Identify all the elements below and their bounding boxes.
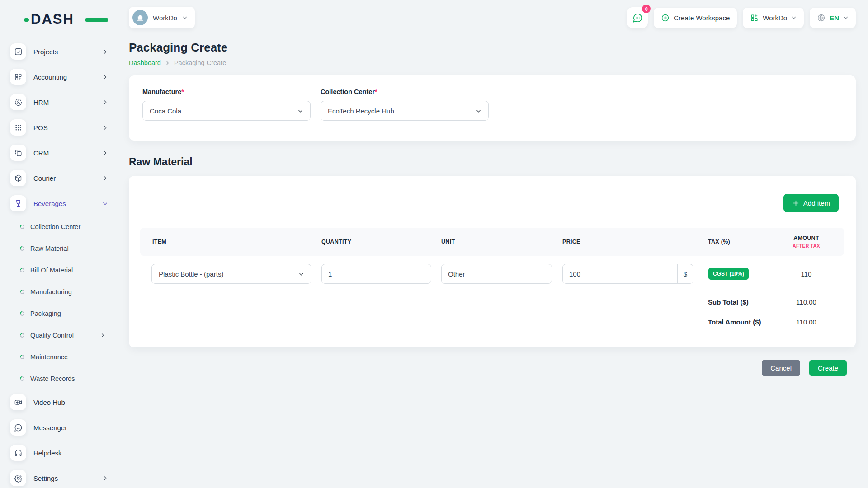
collection-center-field: Collection Center* EcoTech Recycle Hub: [321, 88, 489, 121]
bullet-icon: [19, 332, 25, 338]
sidebar-item-helpdesk[interactable]: Helpdesk: [10, 440, 120, 465]
gear-icon: [10, 470, 26, 486]
amount-value: 110: [769, 270, 844, 278]
column-header-tax: TAX (%): [703, 239, 769, 245]
required-asterisk: *: [181, 88, 184, 95]
price-input[interactable]: [563, 264, 677, 283]
table-header-row: ITEM QUANTITY UNIT PRICE TAX (%) AMOUNT …: [140, 228, 844, 256]
sidebar-subitem-label: Manufacturing: [30, 288, 105, 296]
sidebar-item-label: Projects: [33, 48, 102, 56]
bullet-icon: [19, 224, 25, 230]
app-logo[interactable]: DASH: [31, 12, 99, 27]
chevron-right-icon: [102, 150, 108, 156]
create-workspace-button[interactable]: Create Workspace: [654, 8, 737, 28]
tax-badge: CGST (10%): [708, 268, 749, 280]
table-row: Plastic Bottle - (parts) $: [140, 256, 844, 292]
sidebar-item-crm[interactable]: CRM: [10, 140, 120, 165]
sidebar-item-label: Beverages: [33, 200, 102, 207]
breadcrumb-current: Packaging Create: [174, 59, 226, 66]
workspace-selector[interactable]: WorkDo: [129, 7, 195, 28]
item-cell: Plastic Bottle - (parts): [140, 264, 321, 284]
sidebar-subitem-quality-control[interactable]: Quality Control: [10, 324, 120, 346]
chevron-right-icon: [102, 74, 108, 80]
currency-addon: $: [677, 264, 693, 283]
sidebar-item-settings[interactable]: Settings: [10, 465, 120, 488]
plus-circle-icon: [661, 14, 670, 22]
bullet-icon: [19, 310, 25, 317]
bullet-icon: [19, 245, 25, 252]
video-hub-icon: [10, 394, 26, 410]
manufacture-selected-value: Coca Cola: [150, 107, 181, 115]
sidebar-subitem-manufacturing[interactable]: Manufacturing: [10, 281, 120, 303]
sidebar-item-pos[interactable]: POS: [10, 115, 120, 140]
sidebar-subitem-waste-records[interactable]: Waste Records: [10, 368, 120, 389]
page-title: Packaging Create: [129, 41, 856, 55]
unit-cell: [441, 264, 562, 284]
sidebar-item-courier[interactable]: Courier: [10, 165, 120, 191]
cancel-button[interactable]: Cancel: [762, 360, 800, 376]
sidebar-item-hrm[interactable]: HRM: [10, 89, 120, 115]
unit-input[interactable]: [441, 264, 552, 284]
chevron-down-icon: [476, 108, 481, 114]
bullet-icon: [19, 375, 25, 382]
projects-icon: [10, 43, 26, 60]
total-amount-value: 110.00: [769, 318, 844, 326]
sidebar-subitem-raw-material[interactable]: Raw Material: [10, 238, 120, 259]
total-amount-row: Total Amount ($) 110.00: [140, 312, 844, 332]
add-item-row: Add item: [129, 187, 856, 212]
sidebar-subitem-collection-center[interactable]: Collection Center: [10, 216, 120, 238]
add-item-label: Add item: [803, 199, 830, 207]
create-button[interactable]: Create: [809, 360, 847, 376]
chevron-down-icon: [843, 15, 849, 20]
chevron-down-icon: [791, 15, 797, 20]
sidebar-item-projects[interactable]: Projects: [10, 39, 120, 64]
language-selector[interactable]: EN: [810, 8, 856, 28]
tax-cell: CGST (10%): [703, 268, 769, 280]
sidebar-item-label: Messenger: [33, 424, 108, 432]
sidebar-subitem-maintenance[interactable]: Maintenance: [10, 346, 120, 368]
plus-icon: [792, 199, 800, 207]
courier-icon: [10, 170, 26, 186]
sidebar-item-label: CRM: [33, 149, 102, 157]
sidebar-item-messenger[interactable]: Messenger: [10, 415, 120, 440]
workspace-name: WorkDo: [153, 14, 177, 22]
workdo-menu-button[interactable]: WorkDo: [743, 8, 804, 28]
sidebar-item-label: Video Hub: [33, 399, 108, 406]
price-cell: $: [562, 264, 703, 284]
chevron-down-icon: [182, 15, 188, 20]
notification-badge: 0: [642, 5, 651, 13]
total-amount-label: Total Amount ($): [703, 318, 769, 326]
sidebar-item-label: POS: [33, 124, 102, 131]
add-item-button[interactable]: Add item: [783, 194, 839, 212]
sidebar-item-accounting[interactable]: Accounting: [10, 64, 120, 89]
manufacture-field: Manufacture* Coca Cola: [142, 88, 311, 121]
app-root: DASH Projects Accounting: [0, 0, 868, 488]
sidebar-subitem-packaging[interactable]: Packaging: [10, 303, 120, 324]
sidebar-item-video-hub[interactable]: Video Hub: [10, 389, 120, 415]
topbar-actions: 0 Create Workspace WorkDo EN: [627, 7, 856, 28]
chevron-right-icon: [100, 333, 105, 338]
collection-center-label: Collection Center*: [321, 88, 489, 95]
crm-icon: [10, 145, 26, 161]
messages-button[interactable]: 0: [627, 7, 648, 28]
sidebar-item-label: Helpdesk: [33, 449, 108, 457]
sidebar-subitem-bill-of-material[interactable]: Bill Of Material: [10, 259, 120, 281]
collection-center-select[interactable]: EcoTech Recycle Hub: [321, 101, 489, 121]
chevron-down-icon: [297, 108, 303, 114]
breadcrumb-dashboard-link[interactable]: Dashboard: [129, 59, 161, 66]
globe-icon: [817, 14, 826, 22]
chevron-right-icon: [102, 475, 108, 481]
manufacture-select[interactable]: Coca Cola: [142, 101, 311, 121]
chevron-right-icon: [102, 49, 108, 55]
item-selected-value: Plastic Bottle - (parts): [159, 270, 223, 278]
sidebar-item-label: Accounting: [33, 73, 102, 81]
item-select[interactable]: Plastic Bottle - (parts): [151, 264, 311, 284]
sidebar-nav: Projects Accounting HRM: [10, 39, 120, 488]
main-content: WorkDo 0 Create Workspace WorkDo: [120, 0, 868, 488]
manufacture-label: Manufacture*: [142, 88, 311, 95]
logo-text: DASH: [31, 11, 74, 27]
hrm-icon: [10, 94, 26, 110]
language-label: EN: [830, 14, 839, 22]
sidebar-item-beverages[interactable]: Beverages: [10, 191, 120, 216]
quantity-input[interactable]: [321, 264, 431, 284]
